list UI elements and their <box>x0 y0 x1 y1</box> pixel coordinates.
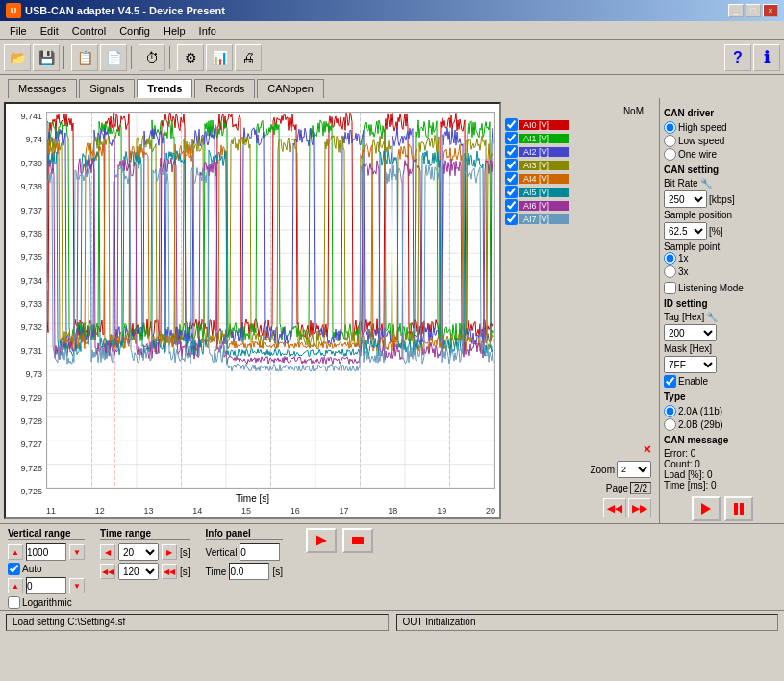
sample-3x-radio[interactable] <box>664 265 676 278</box>
close-button[interactable]: × <box>763 4 778 17</box>
y-label-8: 9,733 <box>8 299 42 309</box>
sample-1x-radio[interactable] <box>664 252 676 265</box>
vertical-down-button[interactable]: ▼ <box>69 544 85 560</box>
legend-check-1[interactable] <box>505 132 518 144</box>
tab-canopen[interactable]: CANopen <box>257 79 324 98</box>
info-panel-group: Info panel Vertical Time [s] <box>206 528 283 580</box>
info-vertical-row: Vertical <box>206 543 283 561</box>
time-rewind-button[interactable]: ◀◀ <box>100 564 115 579</box>
high-speed-option[interactable]: High speed <box>664 121 780 134</box>
y-label-5: 9,736 <box>8 229 42 239</box>
page-next-button[interactable]: ▶▶ <box>628 498 651 517</box>
right-chart-controls: NoM AI0 [V] AI1 [V] AI2 [V] <box>501 102 655 519</box>
enable-check[interactable] <box>664 375 676 388</box>
legend-check-2[interactable] <box>505 145 518 158</box>
tab-records[interactable]: Records <box>194 79 255 98</box>
bottom-play-button[interactable] <box>306 528 337 553</box>
play-button[interactable] <box>692 496 721 521</box>
listening-mode-check[interactable] <box>664 282 676 294</box>
type-2b[interactable]: 2.0B (29b) <box>664 418 780 431</box>
vertical-up-button[interactable]: ▲ <box>8 544 23 560</box>
vertical-lower-down-button[interactable]: ▼ <box>69 578 85 593</box>
save-button[interactable]: 💾 <box>33 44 60 71</box>
menu-info[interactable]: Info <box>193 24 222 38</box>
zoom-select[interactable]: 248 <box>617 461 651 478</box>
time-select-2[interactable]: 12060240 <box>118 563 159 580</box>
auto-check[interactable] <box>8 563 20 575</box>
vertical-lower-up-button[interactable]: ▲ <box>8 578 23 593</box>
help-button[interactable]: ? <box>724 44 751 71</box>
enable-row[interactable]: Enable <box>664 375 780 388</box>
legend-check-0[interactable] <box>505 118 518 131</box>
low-speed-radio[interactable] <box>664 135 676 147</box>
nom-label: NoM <box>623 106 644 116</box>
log-check[interactable] <box>8 596 20 609</box>
time-right-button[interactable]: ▶ <box>162 544 177 560</box>
low-speed-option[interactable]: Low speed <box>664 135 780 147</box>
open-button[interactable]: 📂 <box>4 44 31 71</box>
log-label-row[interactable]: Logarithmic <box>8 596 72 609</box>
type-2a-radio[interactable] <box>664 405 676 417</box>
auto-label-row[interactable]: Auto <box>8 563 42 575</box>
record-button[interactable]: ⏱ <box>139 44 165 71</box>
minimize-button[interactable]: _ <box>728 4 744 17</box>
high-speed-radio[interactable] <box>664 121 676 134</box>
menu-config[interactable]: Config <box>114 24 156 38</box>
sample-3x-label: 3x <box>678 266 689 277</box>
vertical-upper-input[interactable] <box>26 543 66 561</box>
mask-hex-select[interactable]: 7FF000 <box>664 356 717 373</box>
time-left-button[interactable]: ◀ <box>100 544 115 560</box>
menu-edit[interactable]: Edit <box>35 24 64 38</box>
time-select-1[interactable]: 201030 <box>118 543 159 561</box>
auto-row: Auto <box>8 563 85 575</box>
legend-check-7[interactable] <box>505 213 518 225</box>
legend-check-5[interactable] <box>505 186 518 198</box>
one-wire-radio[interactable] <box>664 148 676 161</box>
tab-signals[interactable]: Signals <box>79 79 135 98</box>
sample-pos-select[interactable]: 62.575.087.5 <box>664 222 707 240</box>
time-rewind2-button[interactable]: ◀◀ <box>162 564 177 579</box>
close-chart-button[interactable]: × <box>644 441 651 457</box>
menu-file[interactable]: File <box>4 24 33 38</box>
menu-help[interactable]: Help <box>158 24 191 38</box>
config3-button[interactable]: 🖨 <box>235 44 262 71</box>
tab-messages[interactable]: Messages <box>8 79 77 98</box>
transport-area <box>664 496 780 523</box>
x-label-0: 11 <box>46 506 56 516</box>
tag-hex-select[interactable]: 2007FF000 <box>664 324 717 341</box>
listening-mode-row[interactable]: Listening Mode <box>664 282 780 294</box>
menu-control[interactable]: Control <box>66 24 112 38</box>
sample-3x[interactable]: 3x <box>664 265 780 278</box>
info-time-input[interactable] <box>229 563 269 580</box>
type-2a[interactable]: 2.0A (11b) <box>664 405 780 417</box>
maximize-button[interactable]: □ <box>746 4 761 17</box>
copy-button[interactable]: 📋 <box>71 44 98 71</box>
tag-hex-label-row: Tag [Hex] 🔧 <box>664 312 780 322</box>
vertical-lower-input[interactable] <box>26 577 66 594</box>
sample-1x[interactable]: 1x <box>664 252 780 265</box>
legend-check-6[interactable] <box>505 199 518 212</box>
svg-rect-2 <box>740 503 744 515</box>
config1-button[interactable]: ⚙ <box>177 44 204 71</box>
y-label-11: 9,73 <box>8 369 42 379</box>
y-label-2: 9,739 <box>8 159 42 168</box>
bit-rate-select[interactable]: 2501255001000 <box>664 190 707 208</box>
nom-area: NoM <box>505 106 651 116</box>
log-label: Logarithmic <box>22 597 72 608</box>
legend-check-3[interactable] <box>505 159 518 171</box>
status-left: Load setting C:\Setting4.sf <box>6 614 389 631</box>
vertical-range-group: Vertical range ▲ ▼ Auto ▲ ▼ Logarithmic <box>8 528 85 609</box>
pause-button[interactable] <box>724 496 753 521</box>
legend-check-4[interactable] <box>505 172 518 185</box>
config2-button[interactable]: 📊 <box>206 44 233 71</box>
paste-button[interactable]: 📄 <box>100 44 127 71</box>
tab-trends[interactable]: Trends <box>137 79 192 98</box>
info-button[interactable]: ℹ <box>753 44 780 71</box>
one-wire-option[interactable]: One wire <box>664 148 780 161</box>
toolbar-separator-3 <box>169 46 173 69</box>
bottom-stop-button[interactable] <box>342 528 373 553</box>
type-2b-radio[interactable] <box>664 418 676 431</box>
bottom-transport <box>306 528 373 553</box>
info-vertical-input[interactable] <box>240 543 280 561</box>
page-prev-button[interactable]: ◀◀ <box>603 498 626 517</box>
